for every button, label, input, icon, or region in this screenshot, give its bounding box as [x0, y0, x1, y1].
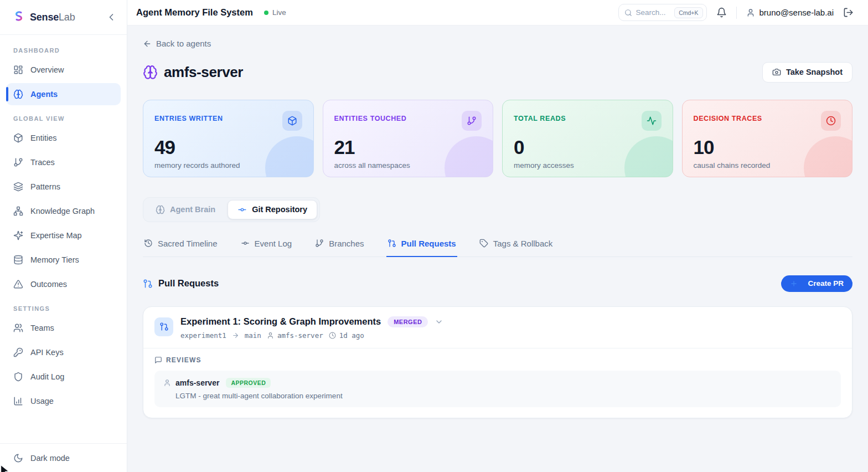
sidebar-footer: Dark mode	[0, 443, 127, 472]
section-title: Pull Requests	[158, 278, 219, 289]
search-box[interactable]: Cmd+K	[618, 4, 707, 21]
sparkles-icon	[13, 230, 23, 240]
sidebar-item-api-keys[interactable]: API Keys	[6, 341, 121, 363]
chevron-down-icon[interactable]	[435, 317, 443, 326]
arrow-left-icon	[143, 39, 152, 48]
stat-label: ENTRIES WRITTEN	[154, 115, 223, 122]
sidebar-item-patterns[interactable]: Patterns	[6, 176, 121, 198]
sidebar-item-overview[interactable]: Overview	[6, 59, 121, 81]
git-branch-icon	[467, 116, 477, 126]
sidebar-item-label: Patterns	[30, 182, 60, 191]
reviews-label: REVIEWS	[166, 356, 202, 364]
sidebar-item-label: Teams	[30, 324, 54, 332]
agent-brain-icon	[143, 65, 158, 80]
live-dot	[264, 11, 268, 15]
tab-label: Tags & Rollback	[493, 239, 553, 248]
toggle-git-repository[interactable]: Git Repository	[228, 200, 317, 219]
dark-mode-toggle[interactable]: Dark mode	[6, 447, 121, 469]
git-pull-request-icon	[143, 279, 153, 289]
stat-icon-chip	[821, 111, 841, 131]
sidebar-item-memory-tiers[interactable]: Memory Tiers	[6, 249, 121, 271]
plus-icon	[790, 280, 798, 288]
stat-card-entities-touched: ENTITIES TOUCHED 21 across all namespace…	[323, 100, 494, 177]
user-icon	[163, 379, 171, 387]
senselab-logo-icon	[12, 11, 25, 24]
sidebar-item-expertise-map[interactable]: Expertise Map	[6, 224, 121, 247]
logout-button[interactable]	[843, 7, 854, 18]
pr-icon-chip	[154, 317, 173, 336]
git-pull-request-icon	[388, 239, 396, 248]
sidebar-item-label: Entities	[30, 134, 57, 142]
search-input[interactable]	[636, 8, 671, 17]
layout-dashboard-icon	[13, 65, 23, 75]
stat-label: ENTITIES TOUCHED	[334, 115, 407, 122]
brain-icon	[156, 205, 165, 214]
back-to-agents-link[interactable]: Back to agents	[143, 39, 211, 48]
sidebar-item-label: Traces	[30, 158, 55, 167]
topbar: Agent Memory File System Live Cmd+K brun…	[127, 0, 868, 25]
pr-title: Experiment 1: Scoring & Graph Improvemen…	[180, 316, 381, 327]
take-snapshot-button[interactable]: Take Snapshot	[762, 62, 852, 83]
search-shortcut-badge: Cmd+K	[674, 7, 702, 18]
tab-pull-requests[interactable]: Pull Requests	[386, 234, 457, 257]
alert-triangle-icon	[13, 279, 23, 289]
sidebar-item-label: Overview	[30, 65, 64, 74]
app-title: Agent Memory File System	[136, 7, 253, 18]
review-item: amfs-server APPROVED LGTM - great multi-…	[154, 371, 841, 407]
user-email: bruno@sense-lab.ai	[760, 8, 834, 17]
pr-reviews-section: REVIEWS amfs-server APPROVED LGTM - grea…	[143, 348, 852, 418]
brand-logo[interactable]: SenseLab	[12, 11, 75, 24]
tab-label: Pull Requests	[401, 239, 456, 248]
pull-request-header[interactable]: Experiment 1: Scoring & Graph Improvemen…	[143, 307, 852, 348]
sidebar-collapse-button[interactable]	[106, 12, 117, 23]
stats-grid: ENTRIES WRITTEN 49 memory records author…	[143, 100, 852, 177]
sidebar-item-label: Expertise Map	[30, 231, 82, 240]
sidebar-item-outcomes[interactable]: Outcomes	[6, 273, 121, 295]
message-square-icon	[154, 356, 162, 364]
database-icon	[13, 255, 23, 265]
dark-mode-label: Dark mode	[30, 454, 70, 463]
camera-icon	[772, 68, 781, 76]
toggle-agent-brain[interactable]: Agent Brain	[146, 200, 225, 219]
stat-label: DECISION TRACES	[694, 115, 762, 122]
notifications-button[interactable]	[716, 7, 727, 18]
review-comment: LGTM - great multi-agent collaboration e…	[175, 392, 832, 400]
box-icon	[287, 116, 297, 126]
sidebar-item-agents[interactable]: Agents	[6, 83, 121, 105]
live-label: Live	[272, 8, 286, 17]
sidebar-item-label: Audit Log	[30, 372, 64, 381]
git-tabs: Sacred Timeline Event Log Branches Pull …	[143, 234, 852, 257]
sidebar-section-global-view: GLOBAL VIEW	[13, 115, 113, 122]
pull-request-card: Experiment 1: Scoring & Graph Improvemen…	[143, 306, 852, 418]
sidebar-nav: DASHBOARD Overview Agents GLOBAL VIEW En…	[0, 35, 127, 443]
tab-event-log[interactable]: Event Log	[240, 234, 293, 257]
sidebar-item-audit-log[interactable]: Audit Log	[6, 366, 121, 388]
tab-branches[interactable]: Branches	[314, 234, 365, 257]
toggle-label: Git Repository	[252, 205, 307, 214]
sidebar-item-label: Memory Tiers	[30, 255, 79, 264]
sidebar-item-traces[interactable]: Traces	[6, 151, 121, 173]
create-pr-button[interactable]: Create PR	[781, 275, 852, 292]
tab-sacred-timeline[interactable]: Sacred Timeline	[143, 234, 219, 257]
pr-time: 1d ago	[339, 331, 364, 340]
sidebar-item-entities[interactable]: Entities	[6, 127, 121, 149]
tab-tags-rollback[interactable]: Tags & Rollback	[478, 234, 554, 257]
sidebar-section-dashboard: DASHBOARD	[13, 47, 113, 54]
sidebar-item-usage[interactable]: Usage	[6, 390, 121, 412]
stat-icon-chip	[282, 111, 302, 131]
sidebar-item-teams[interactable]: Teams	[6, 317, 121, 339]
tab-label: Branches	[329, 239, 364, 248]
stat-icon-chip	[642, 111, 662, 131]
user-menu[interactable]: bruno@sense-lab.ai	[746, 8, 834, 17]
stat-icon-chip	[462, 111, 482, 131]
box-icon	[13, 133, 23, 143]
sidebar: SenseLab DASHBOARD Overview Agents GLOBA…	[0, 0, 127, 472]
moon-icon	[13, 453, 23, 463]
user-icon	[746, 8, 755, 17]
sidebar-section-settings: SETTINGS	[13, 305, 113, 312]
search-icon	[624, 9, 632, 17]
tag-icon	[479, 239, 488, 248]
sidebar-item-knowledge-graph[interactable]: Knowledge Graph	[6, 200, 121, 222]
back-label: Back to agents	[156, 39, 211, 48]
tab-label: Sacred Timeline	[158, 239, 218, 248]
